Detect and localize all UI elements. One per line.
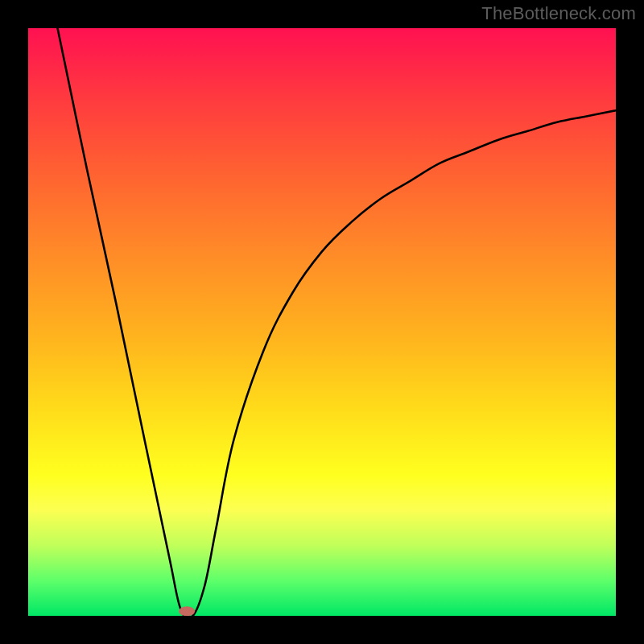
optimal-point-marker [179, 606, 195, 616]
chart-frame: TheBottleneck.com [0, 0, 644, 644]
chart-svg [28, 28, 616, 616]
watermark-text: TheBottleneck.com [481, 3, 636, 24]
plot-area [28, 28, 616, 616]
bottleneck-curve [58, 28, 617, 616]
